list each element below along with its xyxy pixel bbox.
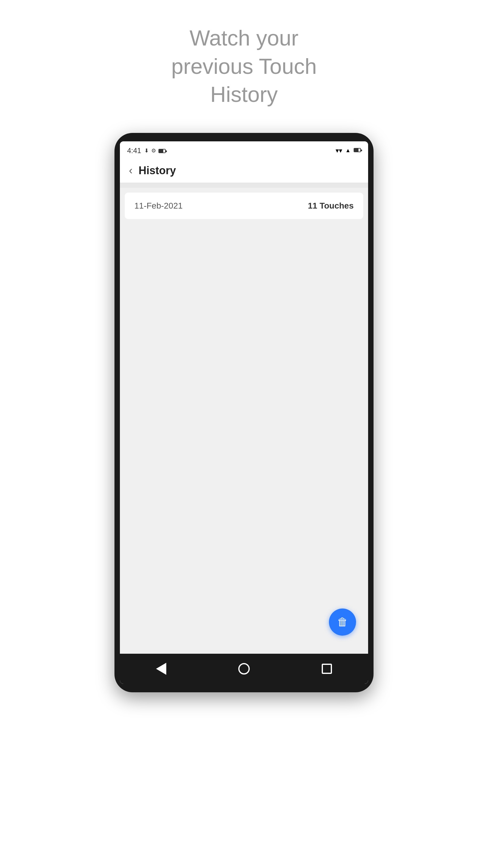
delete-fab-button[interactable]: 🗑 (329, 609, 356, 636)
page-title: History (138, 164, 176, 177)
phone-frame: 4:41 ⬇ ⚙ ▾▾ ▲ ‹ History (115, 133, 373, 692)
section-divider (120, 183, 368, 188)
home-circle-icon (238, 663, 250, 675)
nav-recents-button[interactable] (318, 660, 336, 678)
nav-home-button[interactable] (235, 660, 253, 678)
phone-screen: 4:41 ⬇ ⚙ ▾▾ ▲ ‹ History (120, 141, 368, 684)
wifi-icon: ▾▾ (335, 147, 342, 155)
back-triangle-icon (156, 663, 166, 675)
battery-status-icon (158, 147, 166, 155)
nav-back-button[interactable] (152, 660, 170, 678)
status-icons: ⬇ ⚙ (144, 147, 166, 155)
status-bar: 4:41 ⬇ ⚙ ▾▾ ▲ (120, 141, 368, 159)
recents-square-icon (322, 664, 332, 674)
history-touches: 11 Touches (308, 201, 354, 211)
app-bar: ‹ History (120, 159, 368, 183)
status-right: ▾▾ ▲ (335, 147, 361, 155)
hero-text: Watch yourprevious TouchHistory (171, 24, 317, 109)
signal-icon: ▲ (345, 147, 351, 154)
history-date: 11-Feb-2021 (134, 201, 308, 211)
status-time: 4:41 (127, 147, 141, 155)
delete-icon: 🗑 (337, 616, 348, 628)
history-list-item[interactable]: 11-Feb-2021 11 Touches (125, 193, 363, 219)
nav-bar (120, 654, 368, 684)
content-area: 11-Feb-2021 11 Touches 🗑 (120, 188, 368, 654)
settings-icon: ⚙ (151, 147, 156, 154)
download-icon: ⬇ (144, 147, 149, 154)
status-left: 4:41 ⬇ ⚙ (127, 147, 166, 155)
battery-icon (354, 148, 361, 153)
back-button[interactable]: ‹ (126, 161, 135, 180)
